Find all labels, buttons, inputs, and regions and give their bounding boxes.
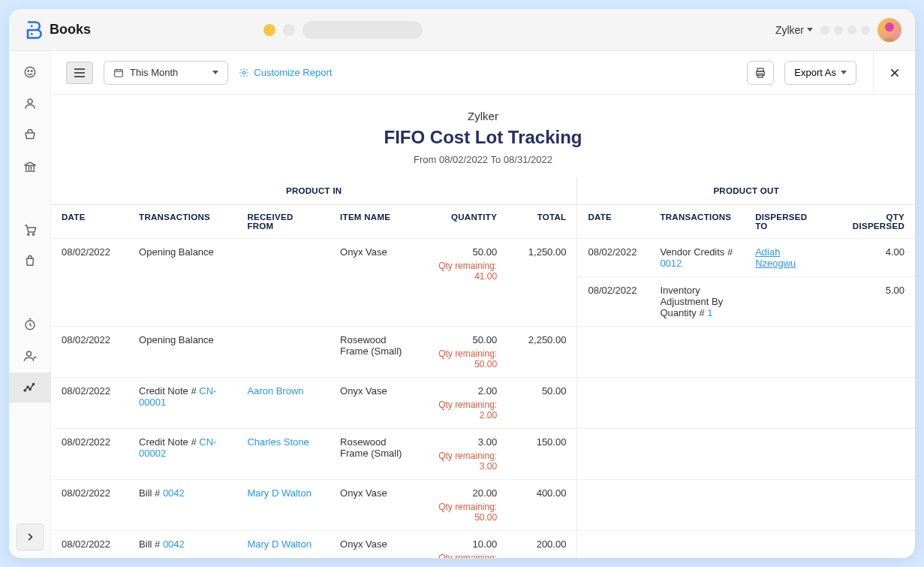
dashboard-icon[interactable] bbox=[23, 65, 38, 80]
search-placeholder[interactable] bbox=[302, 21, 423, 39]
report-header: Zylker FIFO Cost Lot Tracking From 08/02… bbox=[51, 95, 915, 177]
period-label: This Month bbox=[130, 67, 178, 78]
report-period: From 08/02/2022 To 08/31/2022 bbox=[51, 154, 915, 165]
svg-point-2 bbox=[885, 23, 894, 32]
contact-link[interactable]: Mary D Walton bbox=[247, 487, 311, 499]
header-center-placeholder bbox=[263, 21, 423, 39]
col-dispersed-to[interactable]: DISPERSED TO bbox=[745, 205, 829, 239]
logo[interactable]: Books bbox=[23, 20, 91, 41]
dot-indicator bbox=[263, 24, 275, 36]
cell-dispersed-to bbox=[745, 277, 829, 327]
cell-total: 200.00 bbox=[507, 531, 577, 559]
org-switcher[interactable]: Zylker bbox=[775, 24, 813, 36]
transaction-link[interactable]: 0042 bbox=[163, 487, 185, 499]
cell-date: 08/02/2022 bbox=[51, 480, 128, 531]
dot-indicator bbox=[834, 26, 843, 35]
svg-point-13 bbox=[29, 388, 30, 390]
table-row: 08/02/2022Opening BalanceRosewood Frame … bbox=[51, 327, 915, 378]
cell-total: 150.00 bbox=[507, 429, 577, 480]
cell-received-from: Aaron Brown bbox=[236, 378, 330, 429]
col-qty-dispersed[interactable]: QTY DISPERSED bbox=[830, 205, 915, 239]
contact-link[interactable]: Mary D Walton bbox=[247, 538, 311, 550]
export-button[interactable]: Export As bbox=[784, 61, 856, 85]
cell-transaction: Bill # 0042 bbox=[128, 480, 236, 531]
cell-qty: 50.00Qty remaining: 41.00 bbox=[423, 239, 507, 327]
table-row: 08/02/2022Credit Note # CN-00001Aaron Br… bbox=[51, 378, 915, 429]
col-out-date[interactable]: DATE bbox=[577, 205, 649, 239]
sidebar bbox=[9, 51, 51, 558]
cell-qty: 20.00Qty remaining: 50.00 bbox=[423, 480, 507, 531]
qty-remaining: Qty remaining: 50.00 bbox=[433, 502, 497, 523]
cell-transaction: Bill # 0042 bbox=[128, 531, 236, 559]
svg-point-3 bbox=[25, 67, 35, 77]
transaction-link[interactable]: 1 bbox=[707, 307, 712, 318]
report-table: PRODUCT IN PRODUCT OUT DATE TRANSACTIONS… bbox=[51, 177, 915, 558]
customize-report-link[interactable]: Customize Report bbox=[239, 67, 332, 78]
svg-point-12 bbox=[26, 386, 28, 388]
svg-point-8 bbox=[32, 234, 34, 235]
contact-link[interactable]: Adiah Nzeogwu bbox=[755, 246, 796, 269]
dot-indicator bbox=[847, 26, 856, 35]
cell-qty-dispersed: 4.00 bbox=[830, 239, 915, 277]
contact-link[interactable]: Aaron Brown bbox=[247, 385, 303, 397]
menu-button[interactable] bbox=[66, 62, 93, 84]
cell-date: 08/02/2022 bbox=[51, 531, 128, 559]
cell-out-transaction: Inventory Adjustment By Quantity # 1 bbox=[649, 277, 745, 327]
cell-transaction: Opening Balance bbox=[128, 327, 236, 378]
reports-icon[interactable] bbox=[9, 372, 51, 403]
svg-point-16 bbox=[243, 71, 246, 74]
col-quantity[interactable]: QUANTITY bbox=[423, 205, 507, 239]
user-avatar[interactable] bbox=[877, 18, 901, 42]
col-transactions[interactable]: TRANSACTIONS bbox=[128, 205, 236, 239]
close-button[interactable] bbox=[873, 51, 915, 95]
items-icon[interactable] bbox=[23, 128, 38, 143]
cell-dispersed-to: Adiah Nzeogwu bbox=[745, 239, 829, 277]
cell-qty: 50.00Qty remaining: 50.00 bbox=[423, 327, 507, 378]
sales-icon[interactable] bbox=[23, 222, 38, 237]
cell-item: Onyx Vase bbox=[330, 378, 423, 429]
col-out-transactions[interactable]: TRANSACTIONS bbox=[649, 205, 745, 239]
contact-link[interactable]: Charles Stone bbox=[247, 436, 309, 448]
svg-point-5 bbox=[31, 71, 32, 72]
cell-out-date: 08/02/2022 bbox=[577, 239, 649, 277]
export-label: Export As bbox=[794, 67, 836, 78]
header-right: Zylker bbox=[775, 18, 901, 42]
banking-icon[interactable] bbox=[23, 159, 38, 174]
transaction-link[interactable]: CN-00001 bbox=[139, 385, 216, 408]
qty-remaining: Qty remaining: 2.00 bbox=[433, 400, 497, 421]
sidebar-expand-button[interactable] bbox=[17, 523, 44, 550]
header-indicator-dots bbox=[820, 26, 870, 35]
svg-point-4 bbox=[28, 71, 29, 72]
svg-point-11 bbox=[24, 390, 26, 391]
purchases-icon[interactable] bbox=[23, 254, 38, 269]
cell-qty: 10.00Qty remaining: 10.00 bbox=[423, 531, 507, 559]
report-title: FIFO Cost Lot Tracking bbox=[51, 127, 915, 148]
caret-down-icon bbox=[841, 71, 847, 74]
print-button[interactable] bbox=[747, 61, 774, 85]
time-tracking-icon[interactable] bbox=[23, 317, 38, 332]
customize-label: Customize Report bbox=[254, 67, 332, 78]
close-icon bbox=[889, 67, 901, 79]
cell-total: 50.00 bbox=[507, 378, 577, 429]
transaction-link[interactable]: 0042 bbox=[163, 538, 185, 550]
svg-point-0 bbox=[31, 25, 33, 27]
col-item-name[interactable]: ITEM NAME bbox=[330, 205, 423, 239]
period-selector[interactable]: This Month bbox=[104, 61, 228, 85]
org-name-label: Zylker bbox=[775, 24, 804, 36]
transaction-link[interactable]: CN-00002 bbox=[139, 436, 216, 459]
col-received-from[interactable]: RECEIVED FROM bbox=[236, 205, 330, 239]
table-row: 08/02/2022Opening BalanceOnyx Vase50.00Q… bbox=[51, 239, 915, 277]
report-table-scroll[interactable]: PRODUCT IN PRODUCT OUT DATE TRANSACTIONS… bbox=[51, 177, 915, 558]
dot-indicator bbox=[820, 26, 829, 35]
caret-down-icon bbox=[807, 28, 813, 32]
caret-down-icon bbox=[212, 71, 218, 74]
cell-transaction: Opening Balance bbox=[128, 239, 236, 327]
col-total[interactable]: TOTAL bbox=[507, 205, 577, 239]
cell-received-from: Charles Stone bbox=[236, 429, 330, 480]
transaction-link[interactable]: 0012 bbox=[660, 258, 682, 269]
contacts-icon[interactable] bbox=[23, 96, 38, 111]
cell-item: Onyx Vase bbox=[330, 239, 423, 327]
col-date[interactable]: DATE bbox=[51, 205, 128, 239]
books-logo-icon bbox=[23, 20, 44, 41]
accountant-icon[interactable] bbox=[23, 348, 38, 363]
